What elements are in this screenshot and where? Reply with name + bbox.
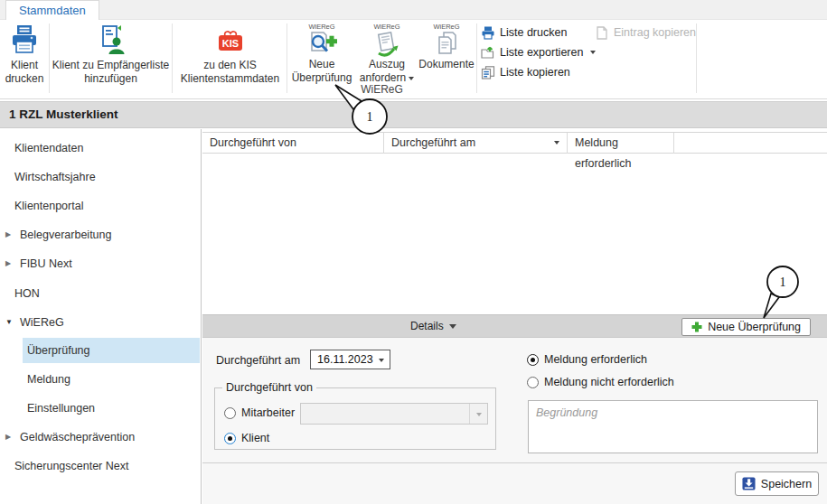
tab-stammdaten[interactable]: Stammdaten [5,0,99,20]
radio-circle[interactable] [224,433,236,444]
details-splitter-bar: Details Neue Überprüfung [202,314,827,338]
sidebar-nav: Klientendaten Wirtschaftsjahre Klientenp… [0,129,202,504]
client-header: 1 RZL Musterklient [0,101,827,128]
sidebar-item-klientenportal[interactable]: Klientenportal [0,193,200,219]
mitarbeiter-dropdown[interactable] [300,403,488,425]
svg-text:KIS: KIS [221,38,238,49]
ribbon-button-label: Neue Überprüfung [287,58,356,85]
ribbon-separator [172,23,173,93]
sidebar-item-hon[interactable]: HON [0,281,200,306]
ribbon-group-label: WiEReG [287,83,476,96]
check-details-form: Durchgeführt am 16.11.2023 Durchgeführt … [202,338,827,462]
sidebar-item-ueberpruefung[interactable]: Überprüfung [23,338,200,363]
print-client-button[interactable]: Klient drucken [0,23,49,95]
collapse-arrow-icon[interactable]: ▶ [5,425,11,450]
search-plus-icon [305,31,338,58]
document-request-icon [371,31,402,58]
sidebar-item-wiereg[interactable]: ▼ WiEReG [0,310,200,335]
printer-icon [9,23,40,59]
expand-arrow-icon[interactable]: ▼ [5,310,13,335]
kis-client-master-data-button[interactable]: KIS zu den KIS Klientenstammdaten [174,23,287,95]
ribbon-button-label: Auszug anfordern [356,58,418,85]
sidebar-item-klientendaten[interactable]: Klientendaten [0,135,200,161]
sort-filter-icon[interactable] [554,141,559,145]
dropdown-section [469,404,487,424]
plus-icon [691,322,702,332]
ribbon-separator [696,23,697,93]
ribbon-tabs: Stammdaten [0,0,827,20]
wiereg-badge: WiEReG [433,23,459,31]
begruendung-textarea[interactable] [528,400,818,453]
export-list-button[interactable]: Liste exportieren [481,44,596,61]
callout-marker-details: 1 [764,266,798,318]
sidebar-item-belegverarbeitung[interactable]: ▶ Belegverarbeitung [0,222,200,247]
group-label: Durchgeführt von [222,381,316,394]
sidebar-item-meldung[interactable]: Meldung [0,367,200,392]
document-person-icon [96,23,127,59]
save-button[interactable]: Speichern [735,471,819,496]
form-footer: Speichern [202,462,827,504]
ribbon-button-label: Dokumente [418,58,474,71]
ribbon: Klient drucken Klient zu Empfängerliste … [0,20,827,99]
export-list-icon [481,46,495,60]
details-toggle[interactable]: Details [410,315,456,337]
dropdown-caret-icon [379,359,384,362]
ribbon-separator [476,23,477,93]
copy-entry-button[interactable]: Eintrag kopieren [595,24,696,41]
documents-icon [433,31,460,58]
save-icon [742,477,756,490]
radio-mitarbeiter[interactable]: Mitarbeiter [224,406,295,419]
sidebar-item-einstellungen[interactable]: Einstellungen [0,396,200,421]
radio-meldung-nicht-erforderlich[interactable]: Meldung nicht erforderlich [527,376,674,388]
collapse-arrow-icon[interactable]: ▶ [5,222,11,247]
ribbon-button-label: Klient drucken [0,59,49,86]
dropdown-caret-icon [476,413,482,416]
column-header-durchgefuehrt-am[interactable]: Durchgeführt am [384,133,568,154]
column-header-meldung-erforderlich[interactable]: Meldung erforderlich [568,133,674,154]
collapse-arrow-icon[interactable]: ▶ [5,251,11,276]
print-list-icon [481,26,495,40]
sidebar-item-fibu-next[interactable]: ▶ FIBU Next [0,251,200,276]
dropdown-caret-icon [590,51,596,54]
dropdown-caret-icon [409,77,414,80]
radio-circle[interactable] [527,377,539,388]
copy-list-button[interactable]: Liste kopieren [481,64,570,80]
sidebar-item-sicherungscenter-next[interactable]: Sicherungscenter Next [0,453,200,479]
svg-text:1: 1 [780,275,786,289]
column-header-durchgefuehrt-von[interactable]: Durchgeführt von [202,133,384,154]
details-collapse-icon [449,324,456,329]
durchgefuehrt-von-group: Durchgeführt von Mitarbeiter Klient [214,381,496,450]
radio-circle[interactable] [224,407,236,419]
copy-entry-icon [595,26,609,40]
ribbon-button-label: Klient zu Empfängerliste hinzufügen [51,59,171,86]
ribbon-separator [49,23,50,93]
check-list-table-header: Durchgeführt von Durchgeführt am Meldung… [202,132,827,154]
kis-icon: KIS [214,23,247,59]
radio-klient[interactable]: Klient [224,432,269,444]
app-window: Stammdaten Klient drucken [0,0,827,504]
copy-list-icon [481,66,495,79]
wiereg-badge: WiEReG [308,23,334,31]
radio-circle[interactable] [527,354,539,366]
ribbon-button-label: zu den KIS Klientenstammdaten [174,59,287,86]
date-dropdown[interactable]: 16.11.2023 [310,350,390,369]
radio-meldung-erforderlich[interactable]: Meldung erforderlich [527,353,647,366]
sidebar-item-geldwaeschepraevention[interactable]: ▶ Geldwäscheprävention [0,425,200,450]
wiereg-badge: WiEReG [373,23,399,31]
sidebar-item-wirtschaftsjahre[interactable]: Wirtschaftsjahre [0,164,200,190]
print-list-button[interactable]: Liste drucken [481,24,567,41]
add-client-to-recipient-list-button[interactable]: Klient zu Empfängerliste hinzufügen [51,23,171,95]
client-title: 1 RZL Musterklient [9,107,118,121]
new-check-button[interactable]: Neue Überprüfung [681,318,811,336]
date-label: Durchgeführt am [216,354,300,367]
